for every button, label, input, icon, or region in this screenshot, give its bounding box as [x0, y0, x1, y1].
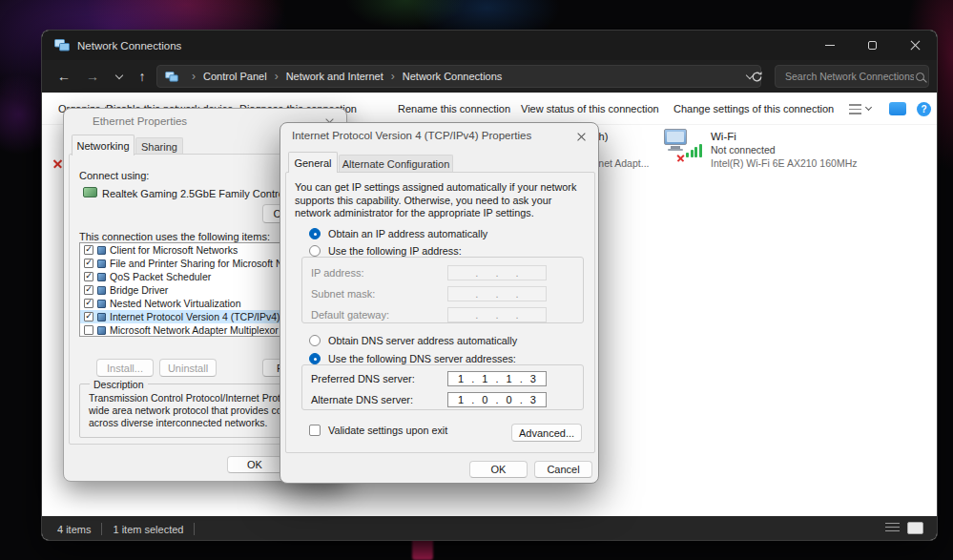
back-button[interactable]: ← [53, 66, 74, 87]
maximize-icon [868, 41, 877, 50]
desktop: Network Connections ← → ↑ › Control Pane… [0, 0, 953, 560]
wifi-device: Intel(R) Wi-Fi 6E AX210 160MHz [711, 156, 857, 170]
checkbox[interactable] [309, 425, 321, 436]
install-label: Install... [107, 363, 143, 374]
radio-button[interactable] [309, 335, 321, 346]
radio-obtain-ip[interactable]: Obtain an IP address automatically [309, 228, 487, 239]
status-divider [101, 523, 102, 535]
wifi-adapter-item[interactable]: Wi-Fi Not connected Intel(R) Wi-Fi 6E AX… [664, 128, 857, 170]
intro-text: You can get IP settings assigned automat… [295, 181, 584, 220]
tab-label: Alternate Configuration [342, 158, 450, 170]
signal-bars-icon [686, 144, 702, 157]
change-settings-command[interactable]: Change settings of this connection [673, 93, 834, 125]
check-mark: ✓ [85, 272, 93, 280]
list-view-icon [849, 104, 861, 114]
recent-locations-button[interactable] [109, 66, 130, 87]
subnet-mask-label: Subnet mask: [311, 288, 375, 300]
checkbox[interactable]: ✓ [84, 299, 93, 308]
ok-button[interactable]: OK [227, 456, 282, 473]
check-mark: ✓ [85, 312, 93, 321]
ok-button[interactable]: OK [469, 461, 528, 478]
validate-settings-checkbox-row[interactable]: Validate settings upon exit [309, 425, 447, 436]
alternate-dns-field[interactable]: 1 . 0 . 0 . 3 [447, 392, 547, 407]
refresh-button[interactable] [746, 66, 767, 87]
checkbox-label[interactable]: Validate settings upon exit [328, 425, 447, 436]
navigation-bar: ← → ↑ › Control Panel › Network and Inte… [42, 60, 937, 93]
connect-using-label: Connect using: [79, 170, 149, 181]
check-mark: ✓ [85, 299, 93, 307]
search-input[interactable] [783, 70, 916, 83]
cancel-button[interactable]: Cancel [534, 461, 592, 478]
preview-pane-button[interactable] [889, 93, 906, 125]
radio-button-selected[interactable] [309, 353, 321, 364]
network-adapter-icon [83, 187, 97, 197]
wifi-adapter-icon [664, 128, 702, 160]
close-button[interactable] [894, 31, 937, 60]
checkbox[interactable]: ✓ [84, 312, 93, 321]
dialog-title: Internet Protocol Version 4 (TCP/IPv4) P… [292, 130, 531, 141]
component-icon [97, 246, 106, 255]
wifi-status: Not connected [711, 143, 857, 156]
advanced-button[interactable]: Advanced... [511, 424, 582, 442]
item-label: Internet Protocol Version 4 (TCP/IPv4) [110, 311, 280, 322]
component-icon [97, 286, 106, 295]
breadcrumb-network-and-internet[interactable]: Network and Internet [286, 71, 383, 82]
help-button[interactable]: ? [917, 93, 931, 125]
tab-alternate-configuration[interactable]: Alternate Configuration [339, 155, 453, 173]
radio-obtain-dns[interactable]: Obtain DNS server address automatically [309, 335, 517, 346]
help-glyph: ? [921, 104, 926, 114]
breadcrumb-network-connections[interactable]: Network Connections [403, 71, 503, 82]
maximize-button[interactable] [851, 31, 894, 60]
preferred-dns-label: Preferred DNS server: [311, 373, 415, 384]
icons-view-toggle[interactable] [907, 522, 923, 534]
description-line: across diverse interconnected networks. [89, 417, 267, 428]
ok-label: OK [247, 459, 262, 470]
radio-label[interactable]: Obtain an IP address automatically [328, 228, 487, 239]
radio-button-selected[interactable] [309, 228, 321, 239]
view-status-label: View status of this connection [521, 103, 659, 114]
forward-button[interactable]: → [82, 66, 103, 87]
checkbox[interactable]: ✓ [84, 259, 93, 268]
address-bar[interactable]: › Control Panel › Network and Internet ›… [156, 65, 761, 88]
close-button[interactable] [571, 128, 590, 145]
preview-pane-icon [889, 102, 906, 115]
radio-use-ip[interactable]: Use the following IP address: [309, 245, 462, 257]
view-options-button[interactable] [849, 93, 871, 125]
tab-general[interactable]: General [288, 152, 338, 173]
rename-command[interactable]: Rename this connection [398, 93, 510, 125]
item-label: Nested Network Virtualization [110, 298, 241, 309]
radio-button[interactable] [309, 245, 321, 257]
breadcrumb-control-panel[interactable]: Control Panel [203, 71, 267, 82]
item-count: 4 items [57, 524, 91, 535]
search-box[interactable] [775, 65, 929, 88]
breadcrumb-separator: › [184, 70, 203, 83]
details-view-toggle[interactable] [885, 523, 900, 534]
rename-label: Rename this connection [398, 103, 510, 114]
dns-server-group: Preferred DNS server: 1 . 1 . 1 . 3 Alte… [301, 364, 584, 410]
radio-label[interactable]: Use the following DNS server addresses: [328, 353, 516, 364]
component-icon [97, 326, 106, 335]
checkbox[interactable]: ✓ [84, 272, 93, 281]
disconnected-x-icon [677, 148, 685, 165]
component-icon [97, 300, 106, 308]
chevron-down-icon [865, 104, 872, 111]
up-button[interactable]: ↑ [132, 66, 153, 87]
tab-label: Networking [76, 140, 129, 152]
advanced-label: Advanced... [519, 427, 574, 439]
checkbox[interactable]: ✓ [84, 245, 93, 255]
radio-use-dns[interactable]: Use the following DNS server addresses: [309, 353, 516, 364]
monitor-icon [664, 129, 687, 145]
tab-networking[interactable]: Networking [72, 135, 135, 156]
checkbox[interactable]: ✓ [84, 285, 93, 295]
minimize-button[interactable] [808, 31, 851, 60]
check-mark: ✓ [85, 245, 93, 254]
radio-label[interactable]: Obtain DNS server address automatically [328, 335, 517, 346]
radio-label[interactable]: Use the following IP address: [328, 245, 462, 257]
refresh-icon [751, 71, 763, 83]
checkbox[interactable] [84, 325, 93, 335]
chevron-down-icon [115, 71, 123, 78]
view-status-command[interactable]: View status of this connection [521, 93, 659, 125]
ip-address-field: . . . [447, 265, 547, 280]
preferred-dns-field[interactable]: 1 . 1 . 1 . 3 [447, 371, 547, 386]
ok-label: OK [491, 464, 507, 475]
